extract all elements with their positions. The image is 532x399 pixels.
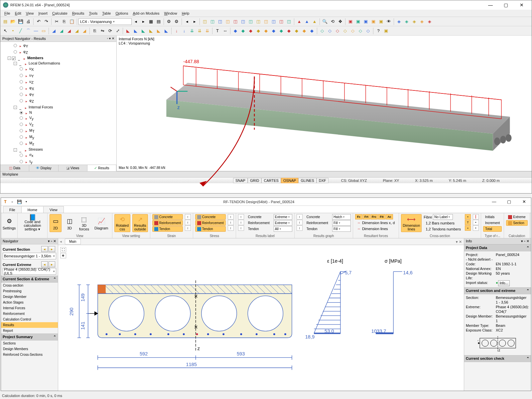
section-drawing[interactable]: ⛶ ✥ ε [1e-4] σ [MPa] [58,245,464,391]
rot-tool-icon[interactable]: ⟳ [106,27,114,35]
load-icon[interactable]: ⇊ [188,27,196,35]
strain-tendon-toggle[interactable]: Tendon [152,226,183,232]
menu-window[interactable]: Window [162,11,179,16]
tool-icon[interactable]: ◫ [201,18,208,25]
tree-item[interactable]: ▸φY [2,43,115,49]
type-increment-button[interactable]: Increment [483,220,502,226]
collapse-icon[interactable]: ⌃ [53,277,56,281]
arc-icon[interactable]: ⌒ [25,27,32,35]
tool-icon[interactable]: ◫ [255,18,262,25]
type-total-button[interactable]: Total [483,226,502,232]
cs-opt-4[interactable]: ┃ [473,214,479,219]
navigator-pin-icon[interactable]: ▫ ▾ ✕ [107,37,114,41]
sel-icon[interactable]: ▣ [354,18,362,25]
navitem-internal-forces[interactable]: Internal Forces [1,305,58,311]
ribbon-tab-home[interactable]: Home [21,206,44,213]
load-icon[interactable]: ↓ [181,27,188,35]
undo-icon[interactable]: ↶ [35,18,42,25]
navtab-results[interactable]: ✓ Results [87,165,116,171]
bars-numbers-toggle[interactable]: 1,2 Bars numbers [424,220,463,226]
tree-item[interactable]: ▸φY [2,91,115,98]
cs-opt-6[interactable]: • [473,225,479,231]
dimlines-toggle[interactable]: ↔Dimension lines [355,226,397,231]
calc2-icon[interactable]: ⚙ [173,18,180,25]
menu-calculate[interactable]: Calculate [50,11,69,16]
tool-icon[interactable]: ◫ [247,18,254,25]
stress-reinforcement-toggle[interactable]: Reinforcement [195,220,226,226]
collapse-icon[interactable]: ⌃ [526,356,529,361]
v-icon[interactable]: ◇ [326,27,333,35]
surface-icon[interactable]: ▭ [40,27,47,35]
code-settings-button[interactable]: 📘Code and calculation settings ▾ [20,214,45,232]
qa-icon[interactable]: T [2,199,8,205]
max-button[interactable]: ▢ [499,1,513,9]
paste-icon[interactable]: 📋 [68,18,75,25]
print-icon[interactable]: 🖨 [25,18,32,25]
menu-options[interactable]: Options [113,11,130,16]
navtab-display[interactable]: 👁 Display [29,165,58,171]
projitem-reinforced-cross-sections[interactable]: Reinforced Cross-Sections [1,352,58,357]
redo-icon[interactable]: ↷ [43,18,50,25]
tree-item[interactable]: ▸σx [2,152,115,158]
s-icon[interactable]: ◣ [163,27,170,35]
navitem-action-stages[interactable]: Action Stages [1,300,58,305]
menu-edit[interactable]: Edit [13,11,23,16]
cs-opt-5[interactable]: • [473,220,479,225]
next-extreme-button[interactable]: ▸ [49,261,55,267]
navitem-design-member[interactable]: Design Member [1,294,58,300]
tree-item[interactable]: -⎯▸Local Deformations [2,61,115,66]
type-initials-button[interactable]: Initials [483,214,502,220]
end-icon[interactable]: ▣ [382,27,390,35]
settings-button[interactable]: ⚙Settings [3,214,15,232]
pan-icon[interactable]: ✥ [336,18,344,25]
s-icon[interactable]: ◣ [124,27,132,35]
tree-item[interactable]: ▸uZ [2,79,115,85]
tool-icon[interactable]: ◫ [285,18,293,25]
dimxd-toggle[interactable]: ↔Dimension lines x, d [355,220,397,225]
force-frc-button[interactable]: Frc [370,214,378,219]
dim-icon[interactable]: ↔ [221,27,229,35]
combo[interactable]: Fill [332,226,351,232]
toggle-icon[interactable]: ↕ [297,214,303,219]
tree-item[interactable]: ▸uY [2,72,115,79]
menu-view[interactable]: View [24,11,36,16]
combo[interactable]: Extreme [274,220,292,226]
ribbon-tabs[interactable]: FileHomeView [1,206,531,213]
open-icon[interactable]: 📂 [9,18,17,25]
toggle-icon[interactable]: ↕ [297,220,303,225]
disp-icon[interactable]: ◈ [403,18,410,25]
tool-icon[interactable]: ◫ [239,18,247,25]
menu-help[interactable]: Help [180,11,192,16]
collapse-icon[interactable]: ⌃ [526,289,529,293]
close-button[interactable]: ✕ [517,199,531,205]
scale-icon[interactable]: ⤢ [114,27,121,35]
navtab-data[interactable]: ◫ Data [0,165,29,171]
combo[interactable]: Fill [332,220,351,226]
qa-drop-icon[interactable]: ▾ [23,199,29,205]
v-icon[interactable]: ◆ [270,27,277,35]
pointer-icon[interactable]: ↖ [2,27,9,35]
next-lc-icon[interactable]: ▸ [140,18,147,25]
tree-item[interactable]: ▸Vz [2,121,115,128]
copy-tool-icon[interactable]: ⎘ [91,27,98,35]
view-2d-button[interactable]: ▭2D [50,214,62,232]
calc-section-button[interactable]: Section [506,220,527,226]
tab-close-icon[interactable]: ✕ [459,240,462,244]
prev-extreme-button[interactable]: ◂ [41,261,48,267]
min-button[interactable]: — [483,1,498,9]
tool-icon[interactable]: ◫ [270,18,277,25]
s-icon[interactable]: ◢ [81,27,88,35]
tool-icon[interactable]: ◫ [278,18,285,25]
projitem-design-members[interactable]: Design Members [1,346,58,352]
right-icon[interactable]: ▸ [191,18,198,25]
save-icon[interactable]: 💾 [17,18,24,25]
scroll-left-icon[interactable]: ◂ [58,239,64,244]
ribbon-tab-file[interactable]: File [3,206,22,213]
rfem-toolbar-1[interactable]: ▤ 📂 💾 🖨 ↶ ↷ ✂ ⎘ 📋 LC4 - Vorspannung ◂ ▸ … [0,17,532,26]
disp-icon[interactable]: ◈ [426,18,433,25]
fibre-combo[interactable]: No Label [433,214,453,220]
navitem-report[interactable]: Report [1,328,58,333]
sel-icon[interactable]: ▣ [362,18,369,25]
stress-concrete-toggle[interactable]: Concrete [195,214,226,220]
tab-options-icon[interactable]: ▾ [456,240,458,244]
